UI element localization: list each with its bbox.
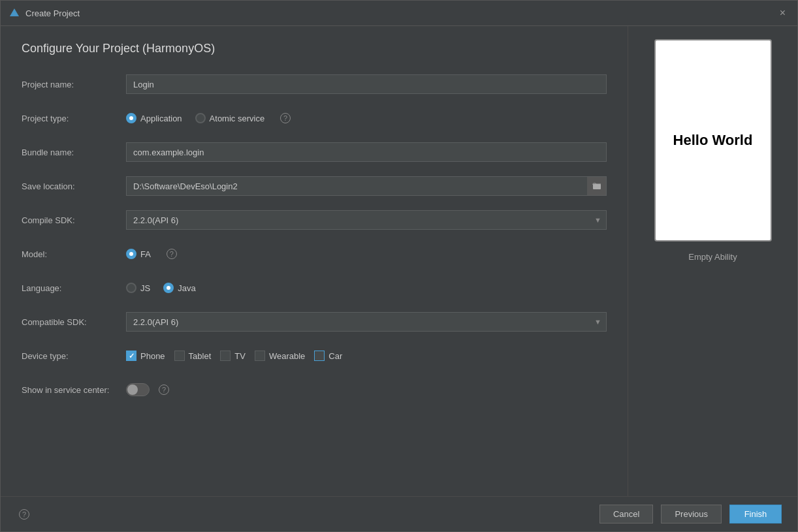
bundle-name-control — [126, 142, 607, 162]
device-type-checkbox-group: Phone Tablet TV Wearable — [126, 351, 607, 361]
compatible-sdk-label: Compatible SDK: — [22, 317, 126, 327]
form-panel: Configure Your Project (HarmonyOS) Proje… — [1, 26, 628, 496]
radio-item-js[interactable]: JS — [126, 283, 150, 293]
radio-js[interactable] — [126, 283, 136, 293]
model-help-icon[interactable]: ? — [167, 249, 177, 259]
project-type-label: Project type: — [22, 114, 126, 123]
save-location-control — [126, 176, 607, 196]
radio-atomic[interactable] — [195, 113, 206, 123]
finish-button[interactable]: Finish — [729, 505, 782, 524]
dialog-title-bar-text: Create Project — [25, 8, 771, 18]
browse-button[interactable] — [587, 176, 607, 196]
checkbox-tablet-label: Tablet — [189, 351, 212, 361]
model-label: Model: — [22, 249, 126, 259]
save-location-wrap — [126, 176, 607, 196]
checkbox-item-car[interactable]: Car — [314, 351, 342, 361]
service-center-toggle-wrap: ? — [126, 383, 607, 396]
checkbox-item-wearable[interactable]: Wearable — [255, 351, 305, 361]
checkbox-car[interactable] — [314, 351, 325, 361]
service-center-row: Show in service center: ? — [22, 379, 607, 400]
language-control: JS Java — [126, 283, 607, 293]
checkbox-wearable-label: Wearable — [269, 351, 305, 361]
service-center-toggle[interactable] — [126, 383, 150, 396]
project-type-control: Application Atomic service ? — [126, 113, 607, 123]
create-project-dialog: Create Project × Configure Your Project … — [0, 0, 798, 532]
previous-button[interactable]: Previous — [661, 505, 722, 524]
radio-application-label: Application — [140, 114, 182, 123]
title-bar: Create Project × — [1, 1, 797, 26]
cancel-button[interactable]: Cancel — [599, 505, 653, 524]
checkbox-item-phone[interactable]: Phone — [126, 351, 165, 361]
checkbox-car-label: Car — [328, 351, 342, 361]
compatible-sdk-select[interactable]: 2.2.0(API 6) 2.1.0(API 5) 2.0.0(API 4) — [126, 312, 607, 332]
save-location-row: Save location: — [22, 176, 607, 196]
device-type-row: Device type: Phone Tablet TV — [22, 345, 607, 366]
radio-item-fa[interactable]: FA — [126, 249, 151, 259]
app-logo-icon — [8, 7, 20, 19]
checkbox-wearable[interactable] — [255, 351, 265, 361]
svg-marker-0 — [10, 8, 19, 16]
checkbox-item-tablet[interactable]: Tablet — [174, 351, 212, 361]
radio-item-application[interactable]: Application — [126, 113, 182, 123]
project-name-row: Project name: — [22, 74, 607, 95]
dialog-footer: ? Cancel Previous Finish — [1, 496, 797, 531]
footer-help-icon[interactable]: ? — [19, 509, 29, 520]
bundle-name-label: Bundle name: — [22, 148, 126, 157]
project-type-radio-group: Application Atomic service ? — [126, 113, 607, 123]
preview-panel: Hello World Empty Ability — [628, 26, 797, 496]
svg-rect-2 — [593, 184, 601, 189]
radio-atomic-label: Atomic service — [210, 114, 265, 123]
compile-sdk-select[interactable]: 2.2.0(API 6) 2.1.0(API 5) 2.0.0(API 4) — [126, 210, 607, 230]
radio-item-java[interactable]: Java — [163, 283, 195, 293]
compile-sdk-label: Compile SDK: — [22, 215, 126, 225]
project-name-label: Project name: — [22, 80, 126, 89]
radio-item-atomic[interactable]: Atomic service — [195, 113, 265, 123]
checkbox-tv-label: TV — [234, 351, 246, 361]
radio-fa-label: FA — [140, 249, 151, 259]
model-radio-group: FA ? — [126, 249, 607, 259]
compatible-sdk-control: 2.2.0(API 6) 2.1.0(API 5) 2.0.0(API 4) ▼ — [126, 312, 607, 332]
close-button[interactable]: × — [776, 6, 790, 20]
radio-fa[interactable] — [126, 249, 136, 259]
checkbox-tv[interactable] — [220, 351, 231, 361]
compatible-sdk-row: Compatible SDK: 2.2.0(API 6) 2.1.0(API 5… — [22, 311, 607, 332]
preview-label: Empty Ability — [688, 252, 737, 262]
radio-java-label: Java — [178, 283, 195, 293]
service-center-help-icon[interactable]: ? — [159, 384, 169, 395]
checkbox-phone[interactable] — [126, 351, 136, 361]
compile-sdk-select-wrap: 2.2.0(API 6) 2.1.0(API 5) 2.0.0(API 4) ▼ — [126, 210, 607, 230]
model-row: Model: FA ? — [22, 243, 607, 264]
phone-preview: Hello World — [654, 39, 772, 242]
compile-sdk-row: Compile SDK: 2.2.0(API 6) 2.1.0(API 5) 2… — [22, 210, 607, 230]
bundle-name-row: Bundle name: — [22, 142, 607, 163]
device-type-label: Device type: — [22, 351, 126, 361]
folder-icon — [592, 181, 601, 191]
project-type-help-icon[interactable]: ? — [280, 113, 291, 123]
project-name-control — [126, 74, 607, 94]
language-label: Language: — [22, 283, 126, 293]
radio-application[interactable] — [126, 113, 136, 123]
footer-left: ? — [16, 509, 592, 520]
radio-js-label: JS — [140, 283, 150, 293]
device-type-control: Phone Tablet TV Wearable — [126, 351, 607, 361]
checkbox-tablet[interactable] — [174, 351, 185, 361]
service-center-label: Show in service center: — [22, 385, 126, 395]
service-center-control: ? — [126, 383, 607, 396]
checkbox-phone-label: Phone — [140, 351, 165, 361]
compatible-sdk-select-wrap: 2.2.0(API 6) 2.1.0(API 5) 2.0.0(API 4) ▼ — [126, 312, 607, 332]
project-name-input[interactable] — [126, 74, 607, 94]
compile-sdk-control: 2.2.0(API 6) 2.1.0(API 5) 2.0.0(API 4) ▼ — [126, 210, 607, 230]
dialog-body: Configure Your Project (HarmonyOS) Proje… — [1, 26, 797, 496]
checkbox-item-tv[interactable]: TV — [220, 351, 246, 361]
save-location-input[interactable] — [126, 176, 607, 196]
language-row: Language: JS Java — [22, 277, 607, 298]
language-radio-group: JS Java — [126, 283, 607, 293]
save-location-label: Save location: — [22, 181, 126, 191]
bundle-name-input[interactable] — [126, 142, 607, 162]
project-type-row: Project type: Application Atomic service… — [22, 108, 607, 129]
hello-world-text: Hello World — [673, 132, 753, 149]
radio-java[interactable] — [163, 283, 174, 293]
model-control: FA ? — [126, 249, 607, 259]
form-heading: Configure Your Project (HarmonyOS) — [22, 42, 607, 55]
